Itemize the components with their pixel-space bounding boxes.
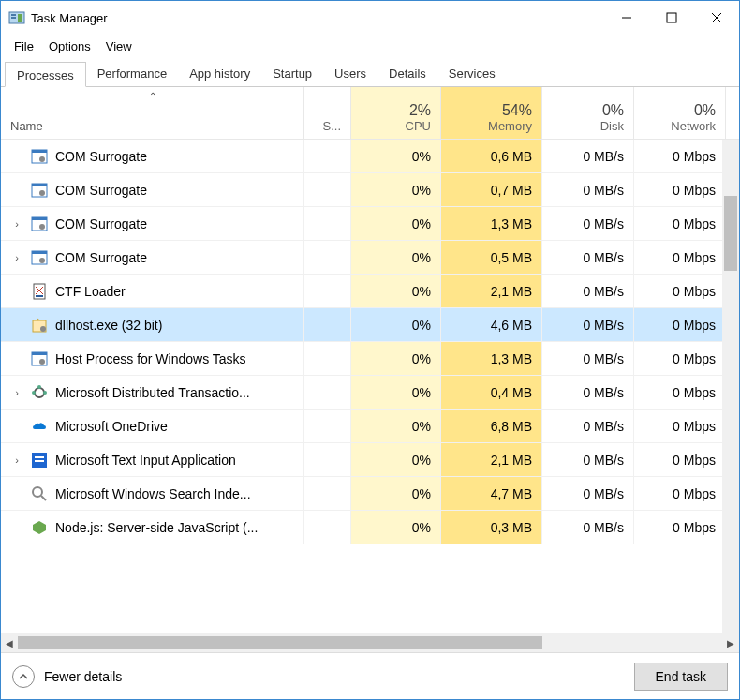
process-icon <box>31 418 48 435</box>
process-name: Node.js: Server-side JavaScript (... <box>55 520 258 535</box>
svg-rect-5 <box>667 13 676 22</box>
process-row[interactable]: COM Surrogate0%0,7 MB0 MB/s0 Mbps <box>1 173 739 207</box>
process-row[interactable]: Host Process for Windows Tasks0%1,3 MB0 … <box>1 342 739 376</box>
process-name: COM Surrogate <box>55 183 147 198</box>
tab-details[interactable]: Details <box>377 61 437 86</box>
disk-percent: 0% <box>552 102 624 119</box>
column-header-memory[interactable]: 54% Memory <box>441 87 542 139</box>
end-task-button[interactable]: End task <box>634 663 728 691</box>
horizontal-scrollbar[interactable]: ◀ ▶ <box>1 633 739 652</box>
column-header-disk[interactable]: 0% Disk <box>542 87 634 139</box>
process-icon <box>31 317 48 334</box>
maximize-button[interactable] <box>649 3 694 33</box>
cell-name: Node.js: Server-side JavaScript (... <box>1 511 304 544</box>
process-name: COM Surrogate <box>55 250 147 265</box>
tab-app-history[interactable]: App history <box>178 61 261 86</box>
expand-chevron-icon[interactable]: › <box>10 387 23 398</box>
minimize-button[interactable] <box>604 3 649 33</box>
tab-startup[interactable]: Startup <box>261 61 323 86</box>
titlebar[interactable]: Task Manager <box>1 1 739 35</box>
cell-memory: 0,6 MB <box>441 140 542 172</box>
process-row[interactable]: COM Surrogate0%0,6 MB0 MB/s0 Mbps <box>1 140 739 173</box>
cell-disk: 0 MB/s <box>542 275 634 307</box>
expand-chevron-icon[interactable]: › <box>10 454 23 466</box>
vertical-scrollbar[interactable] <box>722 140 739 633</box>
svg-rect-21 <box>36 295 43 297</box>
scroll-left-button[interactable]: ◀ <box>1 634 18 651</box>
process-icon <box>31 283 48 300</box>
process-name: COM Surrogate <box>55 216 147 231</box>
svg-point-28 <box>32 391 36 395</box>
cell-name: ›COM Surrogate <box>1 207 304 240</box>
process-row[interactable]: ›COM Surrogate0%0,5 MB0 MB/s0 Mbps <box>1 241 739 275</box>
network-percent: 0% <box>644 102 716 119</box>
svg-rect-2 <box>11 17 16 19</box>
process-row[interactable]: ›COM Surrogate0%1,3 MB0 MB/s0 Mbps <box>1 207 739 241</box>
fewer-details-toggle[interactable]: Fewer details <box>12 665 122 688</box>
cell-memory: 4,7 MB <box>441 477 542 510</box>
process-row[interactable]: ›Microsoft Distributed Transactio...0%0,… <box>1 376 739 410</box>
scroll-right-button[interactable]: ▶ <box>722 634 739 651</box>
menu-file[interactable]: File <box>8 37 39 55</box>
cell-disk: 0 MB/s <box>542 511 634 544</box>
close-button[interactable] <box>694 3 739 33</box>
cell-disk: 0 MB/s <box>542 207 634 240</box>
cell-status <box>304 511 351 544</box>
tab-processes[interactable]: Processes <box>5 62 86 87</box>
process-row[interactable]: Microsoft Windows Search Inde...0%4,7 MB… <box>1 477 739 511</box>
process-list[interactable]: COM Surrogate0%0,6 MB0 MB/s0 MbpsCOM Sur… <box>1 140 739 633</box>
cell-cpu: 0% <box>351 410 441 442</box>
menu-view[interactable]: View <box>100 37 138 55</box>
cell-cpu: 0% <box>351 207 441 240</box>
column-header-cpu[interactable]: 2% CPU <box>351 87 441 139</box>
cpu-label: CPU <box>361 119 431 133</box>
expand-chevron-icon[interactable]: › <box>10 252 23 263</box>
process-icon <box>31 182 48 199</box>
column-name-label: Name <box>10 119 294 133</box>
menubar: File Options View <box>1 35 739 57</box>
cell-network: 0 Mbps <box>634 342 726 375</box>
column-header-name[interactable]: ⌃ Name <box>1 87 304 139</box>
cell-network: 0 Mbps <box>634 376 726 409</box>
window-title: Task Manager <box>31 11 604 25</box>
process-row[interactable]: dllhost.exe (32 bit)0%4,6 MB0 MB/s0 Mbps <box>1 308 739 342</box>
svg-point-10 <box>39 156 45 162</box>
svg-rect-18 <box>32 251 47 254</box>
process-icon <box>31 485 48 502</box>
svg-rect-32 <box>35 456 44 458</box>
process-name: Microsoft OneDrive <box>55 419 168 434</box>
vertical-scrollbar-thumb[interactable] <box>724 196 737 271</box>
tab-services[interactable]: Services <box>437 61 507 86</box>
horizontal-scrollbar-track[interactable] <box>18 634 722 651</box>
cell-status <box>304 342 351 375</box>
process-name: Microsoft Distributed Transactio... <box>55 385 250 400</box>
task-manager-window: Task Manager File Options View Processes… <box>0 0 740 700</box>
svg-rect-33 <box>35 460 44 462</box>
menu-options[interactable]: Options <box>43 37 96 55</box>
expand-chevron-icon[interactable]: › <box>10 218 23 230</box>
cell-memory: 1,3 MB <box>441 207 542 240</box>
process-row[interactable]: Node.js: Server-side JavaScript (...0%0,… <box>1 511 739 544</box>
process-row[interactable]: CTF Loader0%2,1 MB0 MB/s0 Mbps <box>1 275 739 308</box>
cell-cpu: 0% <box>351 511 441 544</box>
svg-rect-12 <box>32 184 47 186</box>
cell-network: 0 Mbps <box>634 443 726 476</box>
svg-point-30 <box>37 385 41 389</box>
cpu-percent: 2% <box>361 102 431 119</box>
tab-users[interactable]: Users <box>323 61 377 86</box>
column-header-network[interactable]: 0% Network <box>634 87 726 139</box>
cell-memory: 2,1 MB <box>441 443 542 476</box>
svg-rect-9 <box>32 150 47 153</box>
tab-performance[interactable]: Performance <box>86 61 178 86</box>
column-header-status[interactable]: S... <box>304 87 351 139</box>
process-icon <box>31 384 48 401</box>
cell-status <box>304 477 351 510</box>
process-row[interactable]: Microsoft OneDrive0%6,8 MB0 MB/s0 Mbps <box>1 410 739 443</box>
svg-point-34 <box>33 487 42 497</box>
cell-cpu: 0% <box>351 342 441 375</box>
cell-cpu: 0% <box>351 173 441 206</box>
cell-status <box>304 308 351 341</box>
process-row[interactable]: ›Microsoft Text Input Application0%2,1 M… <box>1 443 739 477</box>
horizontal-scrollbar-thumb[interactable] <box>18 636 542 649</box>
cell-memory: 0,3 MB <box>441 511 542 544</box>
